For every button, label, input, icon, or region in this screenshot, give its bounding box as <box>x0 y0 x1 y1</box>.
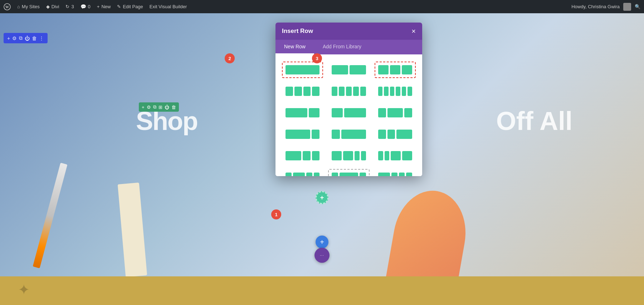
updates-item[interactable]: ↻ 3 <box>65 4 74 9</box>
divi-item[interactable]: ◆ Divi <box>46 4 59 9</box>
layout-3col[interactable] <box>375 62 416 78</box>
modal-tabs: New Row Add From Library <box>275 40 422 54</box>
settings-row-icon[interactable]: ⚙ <box>147 105 151 110</box>
modal-title: Insert Row <box>282 28 313 35</box>
edit-page-item[interactable]: ✎ Edit Page <box>117 4 143 9</box>
screwdriver-decoration <box>33 163 68 268</box>
exit-builder-item[interactable]: Exit Visual Builder <box>150 4 187 9</box>
duplicate-row-icon[interactable]: ⧉ <box>153 104 156 110</box>
layout-1-3-2-3[interactable] <box>328 105 369 121</box>
layout-1-4-1-2-1-4[interactable] <box>375 105 416 121</box>
hero-text-off: Off All <box>496 106 572 136</box>
badge-3: 3 <box>312 53 322 63</box>
badge-1: 1 <box>271 209 281 219</box>
layout-1col[interactable] <box>282 62 323 78</box>
layout-4col[interactable] <box>282 83 323 100</box>
divi-logo-bottom: ✦ <box>18 281 30 298</box>
home-icon: ⌂ <box>17 4 20 9</box>
howdy-item[interactable]: Howdy, Christina Gwira <box>571 4 620 9</box>
trash-row-icon[interactable]: 🗑 <box>171 105 176 110</box>
layout-1-3-1-3-1-6-1-6[interactable] <box>328 147 369 164</box>
columns-row-icon[interactable]: ⊞ <box>158 105 162 110</box>
layout-6col[interactable] <box>375 83 416 100</box>
insert-row-modal: Insert Row × New Row Add From Library <box>275 23 422 176</box>
board-decoration <box>118 183 147 277</box>
comment-icon: 💬 <box>80 4 86 9</box>
tab-add-from-library[interactable]: Add From Library <box>314 40 370 54</box>
layout-2-3-1-3[interactable] <box>282 105 323 121</box>
bottom-bar <box>0 276 644 305</box>
layout-1-6-1-6-1-3-1-3[interactable] <box>375 147 416 164</box>
add-row-icon[interactable]: + <box>142 105 145 110</box>
wp-logo-item[interactable]: W <box>4 3 11 10</box>
layout-var2[interactable] <box>328 169 369 176</box>
layout-grid <box>275 54 422 176</box>
row-toolbar[interactable]: + ⚙ ⧉ ⊞ ⏻ 🗑 <box>139 102 179 112</box>
admin-bar: W ⌂ My Sites ◆ Divi ↻ 3 💬 0 + New ✎ Edit… <box>0 0 644 13</box>
layout-1-2-1-4-1-4[interactable] <box>282 147 323 164</box>
layout-var1[interactable] <box>282 169 323 176</box>
new-item[interactable]: + New <box>97 4 111 9</box>
trash-section-icon[interactable]: 🗑 <box>32 35 37 41</box>
layout-var3[interactable] <box>375 169 416 176</box>
more-section-icon[interactable]: ⋮ <box>39 35 44 41</box>
my-sites-item[interactable]: ⌂ My Sites <box>17 4 40 9</box>
divi-icon: ◆ <box>46 4 50 9</box>
avatar[interactable] <box>623 3 631 11</box>
layout-5col[interactable] <box>328 83 369 100</box>
layout-2col[interactable] <box>328 62 369 78</box>
insert-row-arrow[interactable]: + <box>316 191 328 204</box>
layout-1-4-3-4[interactable] <box>328 126 369 142</box>
settings-section-icon[interactable]: ⚙ <box>12 35 17 41</box>
search-icon-admin[interactable]: 🔍 <box>635 4 640 9</box>
admin-bar-right: Howdy, Christina Gwira 🔍 <box>571 3 640 11</box>
orange-tool-decoration <box>386 185 473 289</box>
refresh-icon: ↻ <box>65 4 69 9</box>
modal-header: Insert Row × <box>275 23 422 40</box>
badge-2: 2 <box>225 53 235 63</box>
add-section-button[interactable]: + <box>316 236 328 248</box>
plus-icon-admin: + <box>97 4 100 9</box>
power-section-icon[interactable]: ⏻ <box>25 35 30 41</box>
add-section-icon[interactable]: + <box>7 35 10 41</box>
power-row-icon[interactable]: ⏻ <box>165 105 169 110</box>
svg-text:W: W <box>5 5 9 9</box>
pencil-icon: ✎ <box>117 4 121 9</box>
modal-close-button[interactable]: × <box>411 28 416 35</box>
duplicate-section-icon[interactable]: ⧉ <box>19 35 23 41</box>
section-toolbar[interactable]: + ⚙ ⧉ ⏻ 🗑 ⋮ <box>4 33 48 43</box>
comments-item[interactable]: 💬 0 <box>80 4 91 9</box>
layout-3-4-1-4[interactable] <box>282 126 323 142</box>
tab-new-row[interactable]: New Row <box>275 40 314 54</box>
more-options-button[interactable]: ··· <box>314 248 330 263</box>
layout-1-4-1-4-1-2[interactable] <box>375 126 416 142</box>
